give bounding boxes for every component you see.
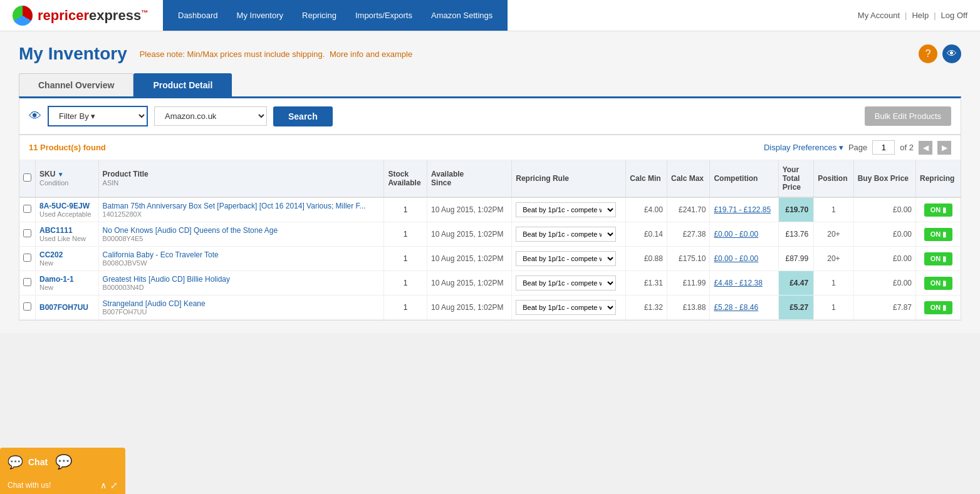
row-select-checkbox-1[interactable] [23,229,31,237]
stock-cell-3: 1 [384,271,427,296]
sku-value-4: B007FOH7UU [39,303,95,312]
display-preferences[interactable]: Display Preferences ▾ [764,143,843,152]
logo-area: repricerexpress™ [0,6,163,26]
sku-cell-3: Damo-1-1 New [36,271,99,296]
competition-cell-4: £5.28 - £8.46 [710,296,778,320]
repricing-rule-select-0[interactable]: Beat by 1p/1c - compete wit ▾ [516,202,616,217]
repricing-toggle-cell-4: ON ▮ [916,296,961,320]
repricing-rule-cell-2: Beat by 1p/1c - compete wit ▾ [512,247,626,271]
prev-page-button[interactable]: ◀ [919,141,932,155]
repricing-toggle-cell-3: ON ▮ [916,271,961,296]
row-select-checkbox-3[interactable] [23,278,31,286]
competition-cell-3: £4.48 - £12.38 [710,271,778,296]
next-page-button[interactable]: ▶ [937,141,951,155]
nav-amazon-settings[interactable]: Amazon Settings [422,0,501,31]
my-account-link[interactable]: My Account [858,11,900,20]
asin-value-4: B007FOH7UU [103,308,380,316]
table-wrapper: SKU ▼Condition Product TitleASIN StockAv… [19,160,961,320]
competition-link-4[interactable]: £5.28 - £8.46 [714,303,758,312]
row-select-checkbox-0[interactable] [23,205,31,213]
repricing-toggle-1[interactable]: ON ▮ [924,228,953,241]
product-title-link-4[interactable]: Strangeland [Audio CD] Keane [103,299,380,308]
buy-box-cell-0: £0.00 [853,197,915,222]
calc-max-cell-3: £11.99 [667,271,709,296]
page-notice: Please note: Min/Max prices must include… [140,49,412,59]
sku-cell-4: B007FOH7UU [36,296,99,320]
repricing-rule-select-2[interactable]: Beat by 1p/1c - compete wit ▾ [516,251,616,266]
competition-column-header: Competition [710,160,778,197]
title-cell-0: Batman 75th Anniversary Box Set [Paperba… [98,197,384,222]
repricing-rule-select-3[interactable]: Beat by 1p/1c - compete wit ▾ [516,275,616,291]
tab-product-detail[interactable]: Product Detail [133,73,232,96]
bulk-edit-button[interactable]: Bulk Edit Products [865,106,951,126]
repricing-rule-select-1[interactable]: Beat by 1p/1c - compete wit ▾ [516,227,616,242]
page-number-input[interactable] [872,140,895,155]
competition-link-1[interactable]: £0.00 - £0.00 [714,230,758,239]
product-title-link-0[interactable]: Batman 75th Anniversary Box Set [Paperba… [103,202,380,210]
calc-max-column-header: Calc Max [667,160,709,197]
repricing-rule-cell-1: Beat by 1p/1c - compete wit ▾ [512,222,626,247]
nav-repricing[interactable]: Repricing [293,0,345,31]
product-title-link-2[interactable]: California Baby - Eco Traveler Tote [103,250,380,259]
table-row: B007FOH7UU Strangeland [Audio CD] Keane … [19,296,961,320]
product-title-link-3[interactable]: Greatest Hits [Audio CD] Billie Holiday [103,275,380,284]
log-off-link[interactable]: Log Off [941,11,967,20]
calc-min-cell-2: £0.88 [626,247,667,271]
repricing-rule-select-4[interactable]: Beat by 1p/1c - compete wit ▾ [516,300,616,315]
buy-box-cell-3: £0.00 [853,271,915,296]
available-since-cell-4: 10 Aug 2015, 1:02PM [427,296,512,320]
your-price-cell-2: £87.99 [778,247,814,271]
buy-box-cell-1: £0.00 [853,222,915,247]
product-title-link-1[interactable]: No One Knows [Audio CD] Queens of the St… [103,226,380,235]
position-cell-3: 1 [814,271,854,296]
competition-link-0[interactable]: £19.71 - £122.85 [714,205,771,214]
sku-value-0: 8A-5UC-9EJW [39,202,95,210]
competition-link-2[interactable]: £0.00 - £0.00 [714,254,758,263]
tab-channel-overview[interactable]: Channel Overview [19,73,133,96]
sku-value-2: CC202 [39,250,95,259]
repricing-toggle-3[interactable]: ON ▮ [924,277,953,290]
calc-max-cell-4: £13.88 [667,296,709,320]
your-price-cell-3: £4.47 [778,271,814,296]
sku-column-header[interactable]: SKU ▼Condition [36,160,99,197]
repricing-toggle-cell-0: ON ▮ [916,197,961,222]
nav-my-inventory[interactable]: My Inventory [228,0,292,31]
row-select-checkbox-4[interactable] [23,302,31,311]
condition-value-1: Used Like New [39,235,95,242]
view-icon[interactable]: 👁 [942,44,961,63]
your-price-cell-1: £13.76 [778,222,814,247]
repricing-rule-cell-0: Beat by 1p/1c - compete wit ▾ [512,197,626,222]
top-navigation: repricerexpress™ Dashboard My Inventory … [0,0,980,31]
competition-link-3[interactable]: £4.48 - £12.38 [714,279,762,287]
marketplace-select[interactable]: Amazon.co.uk [154,106,267,126]
eye-toggle-icon[interactable]: 👁 [29,109,41,123]
repricing-toggle-4[interactable]: ON ▮ [924,301,953,314]
row-checkbox-4 [19,296,36,320]
condition-value-2: New [39,259,95,267]
nav-dashboard[interactable]: Dashboard [169,0,227,31]
table-row: 8A-5UC-9EJW Used Acceptable Batman 75th … [19,197,961,222]
select-all-checkbox[interactable] [23,173,31,182]
stock-cell-2: 1 [384,247,427,271]
repricing-column-header: Repricing [916,160,961,197]
repricing-toggle-2[interactable]: ON ▮ [924,252,953,265]
search-button[interactable]: Search [273,106,333,126]
notice-link[interactable]: More info and example [330,49,412,59]
row-select-checkbox-2[interactable] [23,254,31,262]
tabs: Channel Overview Product Detail [19,73,961,96]
repricing-toggle-0[interactable]: ON ▮ [924,203,953,217]
help-link[interactable]: Help [912,11,929,20]
available-since-cell-0: 10 Aug 2015, 1:02PM [427,197,512,222]
help-icon[interactable]: ? [919,44,937,63]
position-cell-4: 1 [814,296,854,320]
filter-by-select[interactable]: Filter By ▾ [48,106,148,126]
asin-value-0: 140125280X [103,210,380,218]
toolbar: 👁 Filter By ▾ Amazon.co.uk Search Bulk E… [19,96,961,135]
table-row: Damo-1-1 New Greatest Hits [Audio CD] Bi… [19,271,961,296]
repricing-toggle-cell-2: ON ▮ [916,247,961,271]
available-since-cell-1: 10 Aug 2015, 1:02PM [427,222,512,247]
nav-imports-exports[interactable]: Imports/Exports [347,0,421,31]
asin-value-3: B000003N4D [103,284,380,291]
title-column-header: Product TitleASIN [98,160,384,197]
table-area: 11 Product(s) found Display Preferences … [19,135,961,321]
